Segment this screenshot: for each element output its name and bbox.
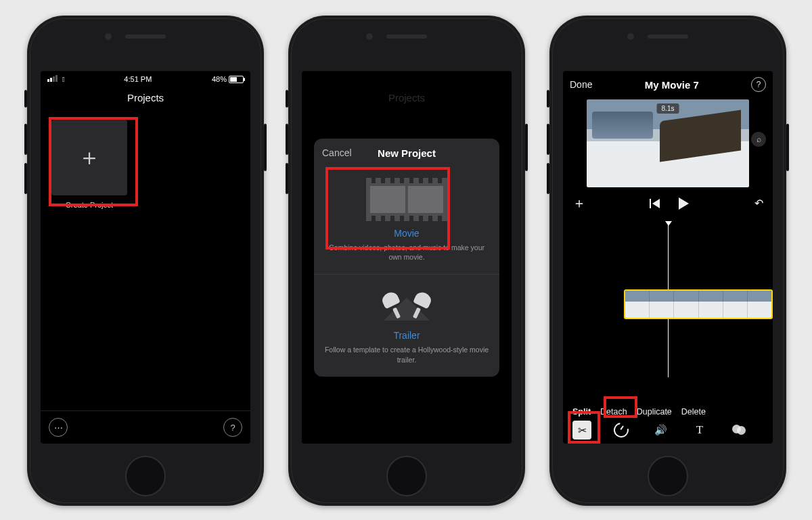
volume-down	[286, 163, 288, 194]
trailer-desc: Follow a template to create a Hollywood-…	[323, 345, 490, 364]
front-camera	[627, 33, 634, 40]
help-button[interactable]: ?	[751, 77, 766, 92]
volume-down	[547, 163, 549, 194]
transport-bar: ＋ ↶	[563, 187, 773, 219]
new-project-sheet: Cancel New Project Movie Combine videos,…	[314, 139, 499, 377]
front-camera	[366, 33, 373, 40]
project-title: My Movie 7	[645, 79, 699, 91]
undo-button[interactable]: ↶	[754, 197, 763, 210]
duration-badge: 8.1s	[657, 103, 679, 114]
create-project-tile[interactable]: ＋ Create Project	[51, 120, 127, 209]
battery-indicator: 48%	[212, 75, 244, 83]
navbar-projects: Projects	[41, 85, 250, 110]
spotlights-icon	[380, 285, 434, 323]
signal-icon: 􀙇	[47, 75, 64, 83]
add-media-button[interactable]: ＋	[572, 194, 586, 212]
mute-switch	[547, 90, 549, 108]
mute-switch	[286, 90, 288, 108]
screen-projects: 􀙇 4:51 PM 48% Projects ＋ Create Project …	[41, 71, 250, 444]
tool-filters[interactable]	[729, 421, 748, 440]
action-tabs: Split Detach Duplicate Delete	[563, 407, 773, 417]
more-button[interactable]: ⋯	[49, 418, 68, 437]
movie-desc: Combine videos, photos, and music to mak…	[323, 243, 490, 262]
create-project-label: Create Project	[51, 201, 127, 209]
toolbar: ✂ 🔊 T	[563, 417, 773, 444]
power-button	[786, 124, 789, 171]
movie-label: Movie	[323, 228, 490, 239]
volume-up	[286, 124, 288, 155]
cancel-button[interactable]: Cancel	[322, 139, 352, 167]
tool-cut[interactable]: ✂	[572, 421, 591, 440]
speaker	[386, 34, 427, 39]
plus-icon: ＋	[51, 120, 127, 195]
speedometer-icon	[611, 420, 632, 441]
page-title: Projects	[127, 92, 164, 103]
done-button[interactable]: Done	[570, 79, 592, 90]
timeline[interactable]	[563, 222, 773, 377]
home-button[interactable]	[125, 456, 166, 496]
front-camera	[105, 33, 112, 40]
prev-button[interactable]	[652, 199, 660, 208]
volume-up	[547, 124, 549, 155]
tool-speed[interactable]	[612, 421, 631, 440]
speaker	[648, 34, 688, 39]
power-button	[525, 124, 528, 171]
sheet-header: Cancel New Project	[314, 139, 499, 167]
mute-switch	[24, 90, 27, 108]
home-button[interactable]	[648, 456, 688, 496]
option-movie[interactable]: Movie Combine videos, photos, and music …	[314, 167, 499, 274]
status-time: 4:51 PM	[124, 75, 152, 83]
volume-up	[24, 124, 27, 155]
filmstrip-icon	[366, 178, 447, 221]
tab-delete[interactable]: Delete	[681, 407, 706, 417]
zoom-button[interactable]: ⌕	[751, 132, 766, 147]
option-trailer[interactable]: Trailer Follow a template to create a Ho…	[314, 274, 499, 376]
screen-editor: Done My Movie 7 ? 8.1s ⌕ ＋ ↶	[563, 71, 773, 444]
tab-split[interactable]: Split	[572, 407, 591, 417]
tab-duplicate[interactable]: Duplicate	[637, 407, 672, 417]
battery-pct: 48%	[212, 75, 227, 83]
tab-detach[interactable]: Detach	[600, 407, 627, 417]
phone-projects: 􀙇 4:51 PM 48% Projects ＋ Create Project …	[27, 16, 264, 506]
home-button[interactable]	[386, 456, 427, 496]
trailer-label: Trailer	[323, 330, 490, 341]
phone-new-project: Projects Cancel New Project Movie Combin…	[288, 16, 525, 506]
timeline-clip[interactable]	[624, 289, 773, 319]
volume-down	[24, 163, 27, 194]
help-button[interactable]: ?	[223, 418, 242, 437]
play-button[interactable]	[679, 197, 689, 210]
screen-new-project: Projects Cancel New Project Movie Combin…	[302, 71, 512, 444]
tool-titles[interactable]: T	[690, 421, 709, 440]
stage: 􀙇 4:51 PM 48% Projects ＋ Create Project …	[0, 0, 812, 520]
filters-icon	[732, 425, 746, 435]
footer-bar: ⋯ ?	[41, 410, 250, 444]
phone-editor: Done My Movie 7 ? 8.1s ⌕ ＋ ↶	[549, 16, 786, 506]
video-preview[interactable]: 8.1s	[587, 99, 749, 187]
speaker	[125, 34, 166, 39]
status-bar: 􀙇 4:51 PM 48%	[41, 71, 250, 85]
power-button	[264, 124, 267, 171]
editor-header: Done My Movie 7 ?	[563, 71, 773, 98]
sheet-title: New Project	[378, 147, 436, 159]
tool-volume[interactable]: 🔊	[651, 421, 670, 440]
